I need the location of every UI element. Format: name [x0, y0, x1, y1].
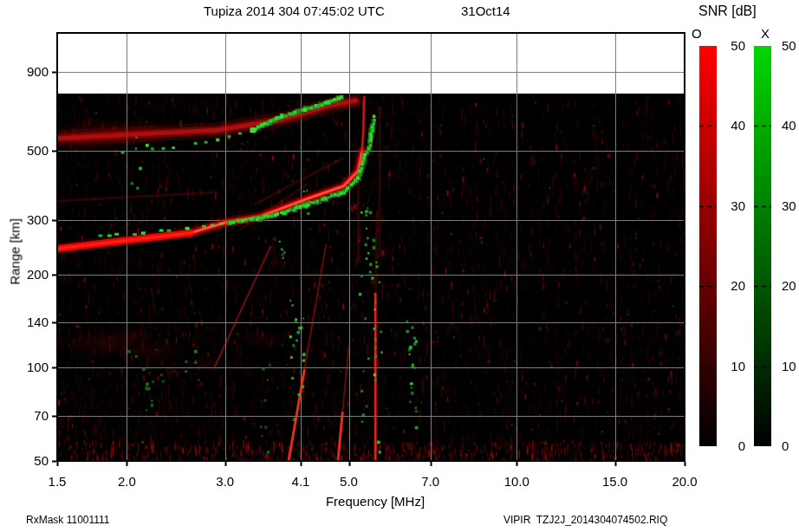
ionogram-plot-canvas	[0, 0, 799, 532]
colorbar-x-tick-label: 0	[782, 438, 799, 453]
x-axis-tick-label: 1.5	[33, 474, 81, 489]
y-axis-title: Range [km]	[8, 165, 23, 339]
colorbar-o-tick-label: 50	[716, 38, 745, 53]
colorbar-o-tick-label: 40	[716, 118, 745, 133]
y-axis-tick-label: 200	[5, 267, 49, 282]
y-axis-tick-label: 70	[5, 408, 49, 423]
colorbar-title: SNR [dB]	[698, 3, 757, 19]
y-axis-tick-label: 100	[5, 360, 49, 374]
colorbar-x-tick-label: 30	[782, 198, 799, 213]
colorbar-x-tick-label: 40	[782, 118, 799, 133]
y-axis-tick-label: 500	[5, 143, 49, 158]
colorbar-o-tick-label: 10	[716, 359, 745, 373]
colorbar-x-mode-label: X	[761, 26, 770, 41]
y-axis-tick-label: 140	[5, 315, 49, 329]
x-axis-tick-label: 5.0	[325, 474, 374, 489]
x-axis-tick-label: 4.1	[276, 474, 325, 489]
colorbar-o-tick-label: 30	[716, 198, 745, 213]
x-axis-tick-label: 20.0	[660, 474, 709, 489]
y-axis-tick-label: 900	[5, 64, 49, 79]
colorbar-o-tick-label: 20	[716, 278, 745, 293]
x-axis-tick-label: 10.0	[492, 474, 541, 489]
x-axis-tick-label: 7.0	[406, 474, 455, 489]
x-axis-tick-label: 2.0	[102, 474, 151, 489]
footer-filename: VIPIR TZJ2J_2014304074502.RIQ	[503, 514, 667, 526]
page-title-date: 31Oct14	[461, 3, 510, 18]
colorbar-o-tick-label: 0	[716, 438, 745, 453]
colorbar-o-mode-label: O	[692, 26, 702, 41]
page-title: Tupiza 2014 304 07:45:02 UTC	[204, 3, 385, 18]
x-axis-title: Frequency [MHz]	[306, 494, 445, 509]
x-axis-tick-label: 3.0	[201, 474, 250, 489]
colorbar-x-tick-label: 10	[782, 359, 799, 373]
colorbar-x-tick-label: 50	[782, 38, 799, 53]
colorbar-x-tick-label: 20	[782, 278, 799, 293]
y-axis-tick-label: 50	[5, 453, 49, 468]
ionogram-page: { "header": { "title": "Tupiza 2014 304 …	[0, 0, 799, 532]
y-axis-tick-label: 300	[5, 212, 49, 227]
x-axis-tick-label: 15.0	[591, 474, 640, 489]
footer-rxmask: RxMask 11001111	[26, 514, 110, 526]
